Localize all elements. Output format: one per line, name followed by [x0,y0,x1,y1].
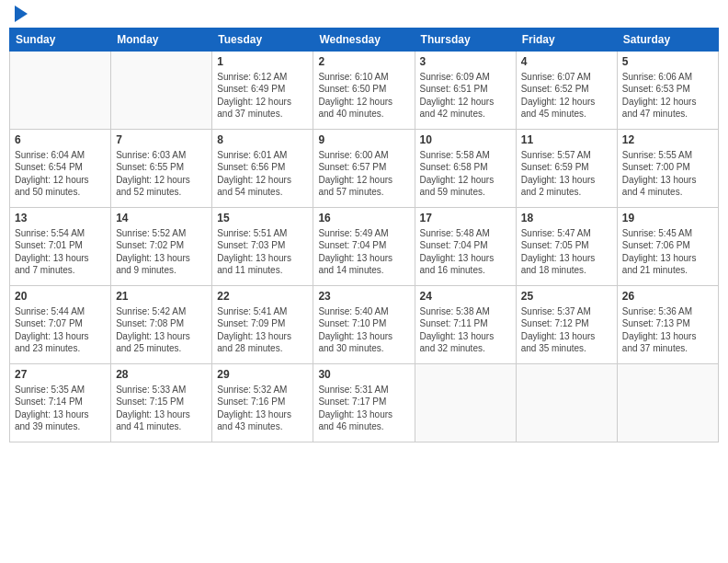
day-info: Sunrise: 5:57 AMSunset: 6:59 PMDaylight:… [521,149,612,199]
day-info: Sunrise: 6:12 AMSunset: 6:49 PMDaylight:… [217,71,308,121]
logo-arrow-icon [15,6,28,22]
calendar-cell: 30Sunrise: 5:31 AMSunset: 7:17 PMDayligh… [313,364,415,442]
day-info: Sunrise: 5:32 AMSunset: 7:16 PMDaylight:… [217,384,308,433]
logo [13,9,28,22]
day-info: Sunrise: 5:33 AMSunset: 7:15 PMDaylight:… [116,384,207,433]
day-number: 6 [15,132,106,148]
day-info: Sunrise: 5:54 AMSunset: 7:01 PMDaylight:… [15,227,106,277]
weekday-header-monday: Monday [111,29,212,52]
day-info: Sunrise: 5:47 AMSunset: 7:05 PMDaylight:… [521,227,612,277]
calendar-week-3: 13Sunrise: 5:54 AMSunset: 7:01 PMDayligh… [10,208,719,286]
day-info: Sunrise: 6:03 AMSunset: 6:55 PMDaylight:… [116,149,207,199]
day-info: Sunrise: 5:35 AMSunset: 7:14 PMDaylight:… [15,384,106,433]
day-info: Sunrise: 5:38 AMSunset: 7:11 PMDaylight:… [420,305,511,355]
calendar-cell: 10Sunrise: 5:58 AMSunset: 6:58 PMDayligh… [415,130,516,208]
day-number: 9 [318,132,409,148]
calendar-cell: 2Sunrise: 6:10 AMSunset: 6:50 PMDaylight… [313,52,415,130]
day-info: Sunrise: 5:42 AMSunset: 7:08 PMDaylight:… [116,305,207,355]
day-info: Sunrise: 5:48 AMSunset: 7:04 PMDaylight:… [420,227,511,277]
calendar-cell: 22Sunrise: 5:41 AMSunset: 7:09 PMDayligh… [212,286,313,364]
day-number: 29 [217,367,308,383]
calendar-cell: 14Sunrise: 5:52 AMSunset: 7:02 PMDayligh… [111,208,212,286]
day-info: Sunrise: 5:40 AMSunset: 7:10 PMDaylight:… [318,305,409,355]
calendar-cell: 3Sunrise: 6:09 AMSunset: 6:51 PMDaylight… [415,52,516,130]
calendar-cell: 28Sunrise: 5:33 AMSunset: 7:15 PMDayligh… [111,364,212,442]
calendar-cell: 17Sunrise: 5:48 AMSunset: 7:04 PMDayligh… [415,208,516,286]
calendar-week-1: 1Sunrise: 6:12 AMSunset: 6:49 PMDaylight… [10,52,719,130]
day-info: Sunrise: 5:41 AMSunset: 7:09 PMDaylight:… [217,305,308,355]
calendar-cell: 4Sunrise: 6:07 AMSunset: 6:52 PMDaylight… [516,52,617,130]
day-info: Sunrise: 5:52 AMSunset: 7:02 PMDaylight:… [116,227,207,277]
weekday-header-friday: Friday [516,29,617,52]
calendar-cell: 23Sunrise: 5:40 AMSunset: 7:10 PMDayligh… [313,286,415,364]
day-info: Sunrise: 5:51 AMSunset: 7:03 PMDaylight:… [217,227,308,277]
weekday-header-tuesday: Tuesday [212,29,313,52]
calendar-cell [617,364,718,442]
calendar-cell: 8Sunrise: 6:01 AMSunset: 6:56 PMDaylight… [212,130,313,208]
calendar-cell: 27Sunrise: 5:35 AMSunset: 7:14 PMDayligh… [10,364,111,442]
calendar-cell: 18Sunrise: 5:47 AMSunset: 7:05 PMDayligh… [516,208,617,286]
calendar-cell: 24Sunrise: 5:38 AMSunset: 7:11 PMDayligh… [415,286,516,364]
calendar-week-2: 6Sunrise: 6:04 AMSunset: 6:54 PMDaylight… [10,130,719,208]
calendar-cell: 1Sunrise: 6:12 AMSunset: 6:49 PMDaylight… [212,52,313,130]
calendar-cell: 15Sunrise: 5:51 AMSunset: 7:03 PMDayligh… [212,208,313,286]
day-number: 17 [420,211,511,226]
day-number: 8 [217,132,308,148]
weekday-header-thursday: Thursday [415,29,516,52]
day-number: 12 [622,132,713,148]
day-number: 7 [116,132,207,148]
calendar-cell [415,364,516,442]
calendar-week-5: 27Sunrise: 5:35 AMSunset: 7:14 PMDayligh… [10,364,719,442]
day-info: Sunrise: 6:00 AMSunset: 6:57 PMDaylight:… [318,149,409,199]
weekday-header-sunday: Sunday [10,29,111,52]
day-number: 1 [217,54,308,70]
day-info: Sunrise: 6:10 AMSunset: 6:50 PMDaylight:… [318,71,409,121]
calendar-cell: 26Sunrise: 5:36 AMSunset: 7:13 PMDayligh… [617,286,718,364]
day-info: Sunrise: 5:37 AMSunset: 7:12 PMDaylight:… [521,305,612,355]
day-info: Sunrise: 6:04 AMSunset: 6:54 PMDaylight:… [15,149,106,199]
day-number: 22 [217,289,308,304]
calendar-cell [10,52,111,130]
calendar-cell [516,364,617,442]
day-info: Sunrise: 5:55 AMSunset: 7:00 PMDaylight:… [622,149,713,199]
calendar-cell: 20Sunrise: 5:44 AMSunset: 7:07 PMDayligh… [10,286,111,364]
day-number: 21 [116,289,207,304]
weekday-header-wednesday: Wednesday [313,29,415,52]
calendar-cell: 12Sunrise: 5:55 AMSunset: 7:00 PMDayligh… [617,130,718,208]
day-number: 4 [521,54,612,70]
day-info: Sunrise: 5:58 AMSunset: 6:58 PMDaylight:… [420,149,511,199]
day-number: 27 [15,367,106,383]
calendar-cell: 9Sunrise: 6:00 AMSunset: 6:57 PMDaylight… [313,130,415,208]
day-number: 25 [521,289,612,304]
calendar-week-4: 20Sunrise: 5:44 AMSunset: 7:07 PMDayligh… [10,286,719,364]
calendar-cell: 6Sunrise: 6:04 AMSunset: 6:54 PMDaylight… [10,130,111,208]
day-number: 23 [318,289,409,304]
calendar-table: SundayMondayTuesdayWednesdayThursdayFrid… [9,28,719,442]
day-info: Sunrise: 5:31 AMSunset: 7:17 PMDaylight:… [318,384,409,433]
calendar-cell: 21Sunrise: 5:42 AMSunset: 7:08 PMDayligh… [111,286,212,364]
calendar-cell: 19Sunrise: 5:45 AMSunset: 7:06 PMDayligh… [617,208,718,286]
day-info: Sunrise: 5:49 AMSunset: 7:04 PMDaylight:… [318,227,409,277]
day-number: 26 [622,289,713,304]
calendar-cell: 13Sunrise: 5:54 AMSunset: 7:01 PMDayligh… [10,208,111,286]
day-number: 20 [15,289,106,304]
day-number: 11 [521,132,612,148]
page-header [9,9,719,22]
calendar-cell: 25Sunrise: 5:37 AMSunset: 7:12 PMDayligh… [516,286,617,364]
day-info: Sunrise: 5:36 AMSunset: 7:13 PMDaylight:… [622,305,713,355]
day-number: 10 [420,132,511,148]
weekday-header-saturday: Saturday [617,29,718,52]
day-number: 5 [622,54,713,70]
day-info: Sunrise: 6:07 AMSunset: 6:52 PMDaylight:… [521,71,612,121]
day-info: Sunrise: 5:44 AMSunset: 7:07 PMDaylight:… [15,305,106,355]
day-number: 30 [318,367,409,383]
calendar-cell: 7Sunrise: 6:03 AMSunset: 6:55 PMDaylight… [111,130,212,208]
weekday-header-row: SundayMondayTuesdayWednesdayThursdayFrid… [10,29,719,52]
day-number: 2 [318,54,409,70]
calendar-cell: 29Sunrise: 5:32 AMSunset: 7:16 PMDayligh… [212,364,313,442]
day-info: Sunrise: 6:09 AMSunset: 6:51 PMDaylight:… [420,71,511,121]
day-info: Sunrise: 6:01 AMSunset: 6:56 PMDaylight:… [217,149,308,199]
calendar-cell: 5Sunrise: 6:06 AMSunset: 6:53 PMDaylight… [617,52,718,130]
day-number: 15 [217,211,308,226]
day-info: Sunrise: 6:06 AMSunset: 6:53 PMDaylight:… [622,71,713,121]
